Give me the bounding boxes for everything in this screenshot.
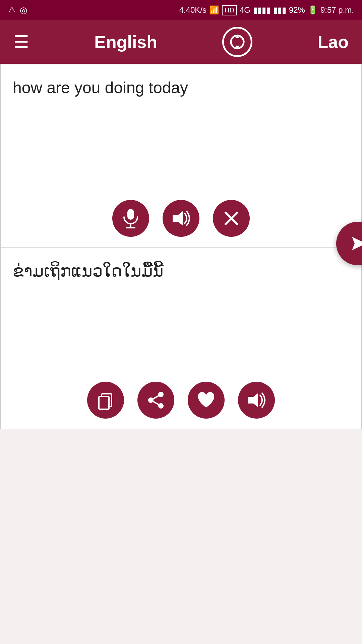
hd-badge: HD (222, 5, 237, 15)
copy-button[interactable] (87, 382, 124, 419)
favorite-button[interactable] (188, 382, 225, 419)
wifi-icon: 📶 (209, 5, 219, 15)
input-actions (1, 193, 361, 247)
svg-rect-0 (127, 209, 134, 220)
svg-rect-8 (99, 396, 109, 409)
circle-icon: ◎ (20, 5, 27, 15)
source-language[interactable]: English (94, 32, 157, 52)
hamburger-icon: ☰ (13, 32, 29, 52)
panels-container: how are you doing today (0, 64, 362, 429)
microphone-button[interactable] (112, 200, 149, 237)
toolbar: ☰ English Lao (0, 20, 362, 64)
status-bar-right: 4.40K/s 📶 HD 4G ▮▮▮▮ ▮▮▮ 92% 🔋 9:57 p.m. (179, 5, 354, 15)
share-icon (147, 391, 165, 409)
target-language[interactable]: Lao (318, 32, 349, 52)
translated-text: ຂ່າມເຖິກແນວໃດໃນມື້ນີ້ (1, 248, 361, 375)
network-type: 4G (240, 5, 250, 15)
copy-icon (97, 390, 114, 410)
tts-icon (247, 392, 266, 409)
status-bar: ⚠ ◎ 4.40K/s 📶 HD 4G ▮▮▮▮ ▮▮▮ 92% 🔋 9:57 … (0, 0, 362, 20)
clear-input-button[interactable] (213, 200, 250, 237)
time-display: 9:57 p.m. (320, 5, 354, 15)
menu-button[interactable]: ☰ (13, 33, 29, 51)
send-icon (349, 234, 362, 253)
share-button[interactable] (137, 382, 174, 419)
heart-icon (197, 391, 216, 409)
network-speed: 4.40K/s (179, 5, 206, 15)
battery-level: 92% (289, 5, 305, 15)
swap-languages-button[interactable] (222, 27, 252, 57)
speak-output-button[interactable] (238, 382, 275, 419)
svg-line-13 (151, 394, 161, 400)
clear-icon (223, 210, 240, 227)
volume-icon (171, 210, 191, 227)
swap-icon (228, 33, 246, 51)
signal-bars-2: ▮▮▮ (273, 5, 286, 15)
bottom-area (0, 429, 362, 547)
warning-icon: ⚠ (8, 5, 16, 15)
source-text-input[interactable]: how are you doing today (1, 64, 361, 192)
svg-marker-15 (248, 393, 258, 407)
status-bar-left: ⚠ ◎ (8, 5, 27, 15)
svg-marker-6 (352, 237, 362, 250)
battery-icon: 🔋 (308, 5, 318, 15)
signal-bars-1: ▮▮▮▮ (253, 5, 270, 15)
output-panel: ຂ່າມເຖິກແນວໃດໃນມື້ນີ້ (0, 248, 362, 429)
speak-input-button[interactable] (163, 200, 199, 237)
microphone-icon (122, 208, 139, 228)
svg-marker-3 (173, 211, 183, 225)
output-actions (1, 375, 361, 429)
svg-line-14 (151, 400, 161, 406)
input-panel: how are you doing today (0, 64, 362, 248)
